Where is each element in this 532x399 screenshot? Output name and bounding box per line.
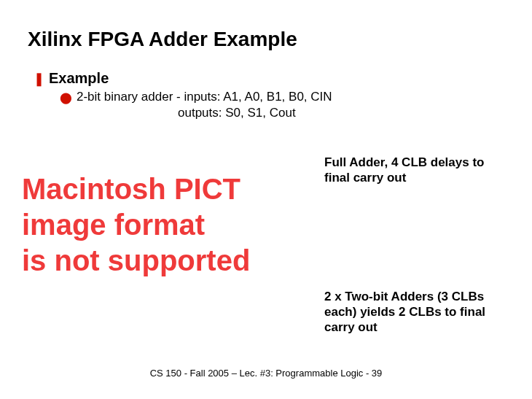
annotation-two-bit-adders: 2 x Two-bit Adders (3 CLBs each) yields … (324, 289, 506, 335)
bullet-level-1: ❚ Example (34, 69, 109, 87)
placeholder-line-1: Macintosh PICT (22, 171, 306, 207)
slide-footer: CS 150 - Fall 2005 – Lec. #3: Programmab… (0, 368, 532, 379)
slide: Xilinx FPGA Adder Example ❚ Example ⬤ 2-… (0, 0, 532, 399)
pict-placeholder: Macintosh PICT image format is not suppo… (22, 171, 306, 279)
bullet-text-l1: Example (49, 69, 109, 87)
bullet-marker-l1: ❚ (34, 70, 44, 88)
bullet-outputs-line: outputs: S0, S1, Cout (178, 105, 296, 121)
placeholder-line-2: image format (22, 207, 306, 243)
page-title: Xilinx FPGA Adder Example (28, 28, 297, 51)
bullet-text-l2: 2-bit binary adder - inputs: A1, A0, B1,… (77, 89, 332, 105)
annotation-full-adder: Full Adder, 4 CLB delays to final carry … (324, 155, 506, 185)
placeholder-line-3: is not supported (22, 243, 306, 279)
bullet-marker-l2: ⬤ (60, 90, 72, 106)
bullet-level-2: ⬤ 2-bit binary adder - inputs: A1, A0, B… (60, 89, 332, 105)
